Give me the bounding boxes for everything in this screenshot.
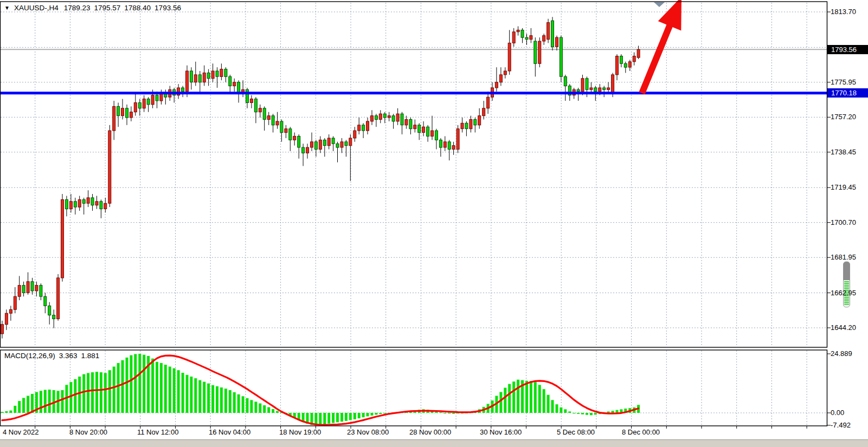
ohlc-low: 1788.40 (124, 4, 151, 12)
ohlc-open: 1789.23 (64, 4, 91, 12)
candles-group (1, 17, 640, 338)
macd-name: MACD(12,26,9) (4, 352, 55, 360)
chart-title: ▼ XAUUSD-,H4 1789.23 1795.57 1788.40 179… (4, 4, 181, 12)
macd-axis-label: 0.00 (831, 409, 844, 417)
price-axis-label: 1662.95 (831, 289, 856, 297)
ohlc-high: 1795.57 (94, 4, 120, 12)
price-axis-label: 1757.20 (831, 113, 856, 121)
time-axis-label: 16 Nov 04:00 (209, 428, 250, 436)
time-axis-label: 11 Nov 12:00 (137, 428, 178, 436)
scroll-widget[interactable] (844, 262, 850, 307)
chart-canvas[interactable] (0, 0, 868, 447)
time-axis-label: 18 Nov 19:00 (279, 428, 321, 436)
trend-arrow[interactable] (642, 0, 681, 93)
time-axis-label: 23 Nov 08:00 (347, 428, 389, 436)
time-axis-label: 8 Nov 20:00 (69, 428, 107, 436)
symbol-period-label: XAUUSD-,H4 (14, 4, 59, 12)
bid-price-badge: 1793.56 (827, 45, 868, 54)
time-axis-label: 28 Nov 00:00 (409, 428, 451, 436)
macd-axis-label: 24.889 (831, 349, 852, 358)
macd-panel-border (1, 350, 827, 426)
price-axis-label: 1700.70 (831, 218, 856, 226)
price-axis-label: 1738.45 (831, 148, 856, 156)
macd-axis-label: -7.492 (831, 421, 851, 429)
time-axis-label: 8 Dec 00:00 (622, 428, 660, 436)
bottom-strip (0, 439, 868, 447)
macd-indicator-label: MACD(12,26,9) 3.363 1.881 (4, 352, 99, 360)
macd-main-value: 3.363 (59, 352, 78, 360)
price-axis-label: 1775.95 (831, 78, 856, 86)
time-axis-label: 30 Nov 16:00 (480, 428, 522, 436)
price-axis-label: 1681.95 (831, 253, 856, 261)
symbol-marker-icon: ▼ (4, 5, 10, 11)
price-axis-label: 1644.20 (831, 323, 856, 332)
time-axis-label: 5 Dec 08:00 (557, 428, 595, 436)
price-panel-border (1, 2, 827, 347)
support-level-badge: 1770.18 (827, 88, 868, 98)
price-axis-label: 1719.45 (831, 183, 856, 191)
ohlc-close: 1793.56 (155, 4, 181, 12)
period-marker-icon (654, 2, 665, 7)
time-axis-label: 4 Nov 2022 (3, 428, 39, 436)
chart-window: ▼ XAUUSD-,H4 1789.23 1795.57 1788.40 179… (0, 0, 868, 447)
price-axis-label: 1813.70 (831, 8, 856, 16)
macd-signal-value: 1.881 (81, 352, 100, 360)
